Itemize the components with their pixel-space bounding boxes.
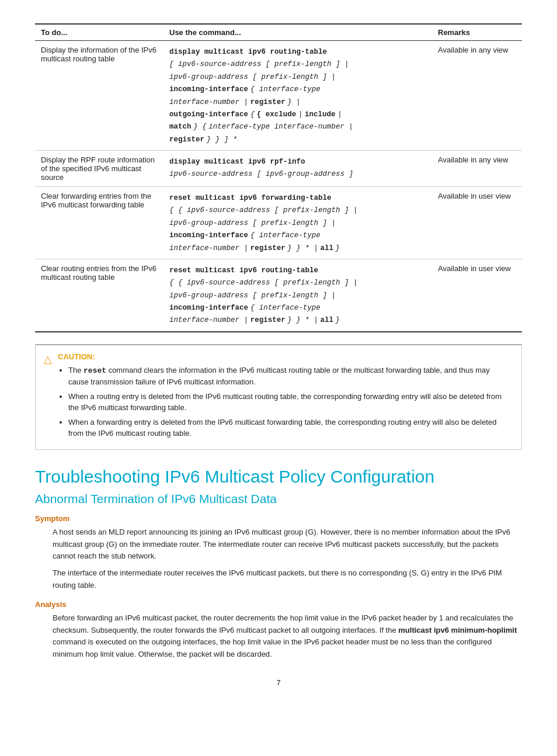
caution-list: The reset command clears the information… [58,365,510,439]
todo-cell: Display the information of the IPv6 mult… [35,41,163,151]
caution-box: △ CAUTION: The reset command clears the … [35,344,522,450]
table-header-command: Use the command... [163,24,432,41]
caution-title: CAUTION: [58,352,510,361]
remarks-cell: Available in any view [432,151,522,187]
table-header-remarks: Remarks [432,24,522,41]
table-row: Clear routing entries from the IPv6 mult… [35,259,522,331]
table-row: Display the information of the IPv6 mult… [35,41,522,151]
command-cell: display multicast ipv6 rpf-info ipv6-sou… [163,151,432,187]
table-header-todo: To do... [35,24,163,41]
analysis-content: Before forwarding an IPv6 multicast pack… [35,612,522,661]
caution-content: CAUTION: The reset command clears the in… [58,352,510,442]
section-subtitle: Abnormal Termination of IPv6 Multicast D… [35,492,522,506]
symptom-content: A host sends an MLD report announcing it… [35,526,522,592]
todo-cell: Clear routing entries from the IPv6 mult… [35,259,163,331]
page-title: Troubleshooting IPv6 Multicast Policy Co… [35,466,522,487]
analysis-para-1: Before forwarding an IPv6 multicast pack… [53,612,522,661]
command-cell: reset multicast ipv6 routing-table { { i… [163,259,432,331]
analysis-heading: Analysis [35,600,522,609]
symptom-para-1: A host sends an MLD report announcing it… [53,526,522,563]
remarks-cell: Available in user view [432,187,522,259]
symptom-section: Symptom A host sends an MLD report annou… [35,514,522,592]
table-row: Clear forwarding entries from the IPv6 m… [35,187,522,259]
table-row: Display the RPF route information of the… [35,151,522,187]
remarks-cell: Available in any view [432,41,522,151]
analysis-section: Analysis Before forwarding an IPv6 multi… [35,600,522,661]
symptom-heading: Symptom [35,514,522,523]
symptom-para-2: The interface of the intermediate router… [53,567,522,592]
command-cell: display multicast ipv6 routing-table [ i… [163,41,432,151]
command-table: To do... Use the command... Remarks Disp… [35,23,522,332]
todo-cell: Display the RPF route information of the… [35,151,163,187]
caution-item: When a forwarding entry is deleted from … [68,417,510,439]
caution-icon: △ [44,353,52,366]
page-number: 7 [35,678,522,687]
todo-cell: Clear forwarding entries from the IPv6 m… [35,187,163,259]
command-cell: reset multicast ipv6 forwarding-table { … [163,187,432,259]
remarks-cell: Available in user view [432,259,522,331]
caution-item: When a routing entry is deleted from the… [68,391,510,414]
caution-item: The reset command clears the information… [68,365,510,388]
